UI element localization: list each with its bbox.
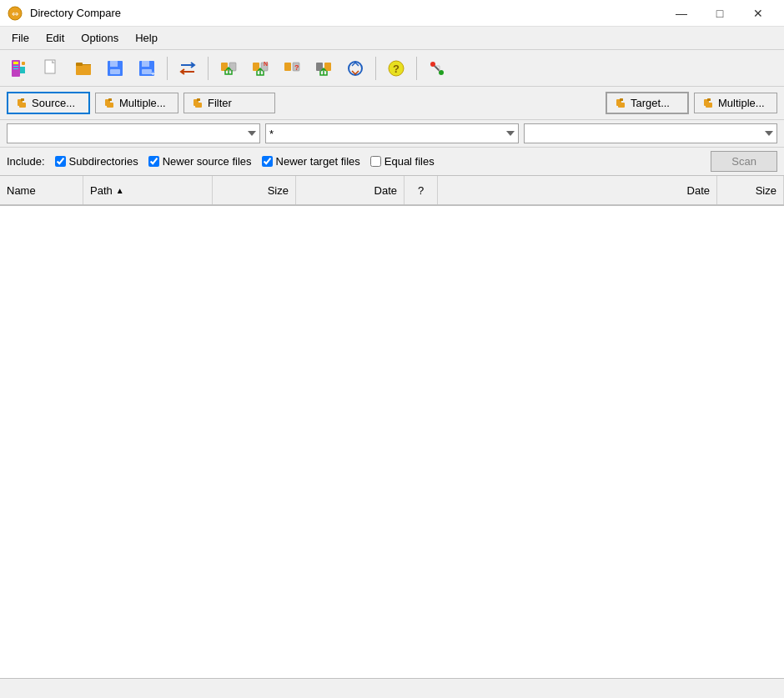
toolbar-connect[interactable] [422,53,452,83]
toolbar-app-icon[interactable] [5,53,35,83]
svg-rect-38 [19,103,26,108]
toolbar-help[interactable]: ? [381,53,411,83]
toolbar-sync[interactable] [340,53,370,83]
main-content-area [0,206,784,678]
toolbar-sep4 [416,57,417,80]
svg-rect-37 [21,98,24,101]
minimize-button[interactable]: — [662,0,701,27]
column-headers: Name Path ▲ Size Date ? Date Size [0,176,784,206]
svg-rect-41 [107,103,113,108]
source-multiple-label: Multiple... [119,97,166,109]
col-header-date-left[interactable]: Date [296,176,405,204]
equal-files-label: Equal files [384,155,435,168]
svg-rect-14 [110,69,120,74]
equal-files-checkbox[interactable] [370,156,381,167]
sort-indicator: ▲ [116,186,124,195]
equal-files-checkbox-item[interactable]: Equal files [370,155,435,168]
newer-source-label: Newer source files [163,155,252,168]
col-header-diff[interactable]: ? [405,176,438,204]
window-title: Directory Compare [30,7,662,19]
toolbar-copy-new[interactable] [214,53,244,83]
newer-source-checkbox-item[interactable]: Newer source files [148,155,252,168]
svg-rect-40 [108,98,112,101]
toolbar-save[interactable] [100,53,130,83]
subdirectories-checkbox-item[interactable]: Subdirectories [55,155,138,168]
svg-rect-3 [13,62,18,64]
source-path-dropdown[interactable] [7,123,260,143]
window-controls: — □ ✕ [662,0,777,27]
menu-help[interactable]: Help [127,28,166,48]
dropdowns-row: * [0,120,784,148]
toolbar-swap[interactable] [173,53,203,83]
target-path-dropdown[interactable] [524,123,777,143]
statusbar [0,678,784,698]
svg-rect-11 [76,64,91,65]
newer-target-label: Newer target files [276,155,360,168]
svg-point-29 [349,62,362,75]
svg-rect-6 [22,62,25,65]
svg-rect-47 [618,103,625,108]
toolbar-copy-newer[interactable]: N [245,53,275,83]
svg-text:N: N [264,61,268,67]
filter-button[interactable]: Filter [183,93,275,113]
subdirectories-checkbox[interactable] [55,156,66,167]
toolbar-sep3 [375,57,376,80]
include-label: Include: [7,155,45,168]
svg-rect-24 [284,63,291,71]
svg-text:?: ? [294,63,299,72]
include-row: Include: Subdirectories Newer source fil… [0,148,784,176]
newer-source-checkbox[interactable] [148,156,159,167]
svg-rect-4 [13,66,18,67]
svg-rect-44 [195,103,202,108]
menu-edit[interactable]: Edit [38,28,73,48]
maximize-button[interactable]: □ [701,0,739,27]
svg-text:?: ? [393,63,400,75]
col-header-size-left[interactable]: Size [213,176,296,204]
close-button[interactable]: ✕ [739,0,777,27]
subdirectories-label: Subdirectories [69,155,138,168]
col-header-path[interactable]: Path ▲ [83,176,213,204]
svg-rect-16 [142,61,149,67]
menu-options[interactable]: Options [73,28,127,48]
app-icon: ⇔ [7,5,23,22]
svg-text:⇔: ⇔ [12,9,18,18]
target-multiple-label: Multiple... [718,97,765,109]
source-button[interactable]: Source... [7,92,90,114]
toolbar-sep2 [208,57,209,80]
col-header-name[interactable]: Name [0,176,83,204]
target-multiple-button[interactable]: Multiple... [694,93,777,113]
target-button-label: Target... [631,97,670,109]
source-button-label: Source... [32,97,75,109]
menu-file[interactable]: File [3,28,38,48]
source-target-row: Source... Multiple... Filter Target... [0,87,784,120]
newer-target-checkbox-item[interactable]: Newer target files [262,155,360,168]
menubar: File Edit Options Help [0,27,784,50]
toolbar: + N ? [0,50,784,87]
filter-dropdown[interactable]: * [265,123,519,143]
col-header-size-right[interactable]: Size [717,176,784,204]
svg-rect-49 [707,98,711,101]
svg-rect-5 [13,68,18,69]
toolbar-copy-missing[interactable]: ? [277,53,307,83]
toolbar-open[interactable] [68,53,98,83]
toolbar-save-as[interactable]: + [132,53,162,83]
col-header-date-right[interactable]: Date [438,176,717,204]
target-button[interactable]: Target... [606,92,689,114]
svg-rect-43 [197,98,200,101]
svg-rect-46 [620,98,623,101]
toolbar-move[interactable] [309,53,339,83]
filter-button-label: Filter [208,97,232,109]
titlebar: ⇔ Directory Compare — □ ✕ [0,0,784,27]
scan-button[interactable]: Scan [711,151,777,172]
svg-rect-50 [706,103,712,108]
newer-target-checkbox[interactable] [262,156,273,167]
toolbar-new[interactable] [37,53,67,83]
svg-text:+: + [151,70,155,78]
source-multiple-button[interactable]: Multiple... [95,93,178,113]
toolbar-sep1 [167,57,168,80]
svg-rect-13 [110,61,118,67]
